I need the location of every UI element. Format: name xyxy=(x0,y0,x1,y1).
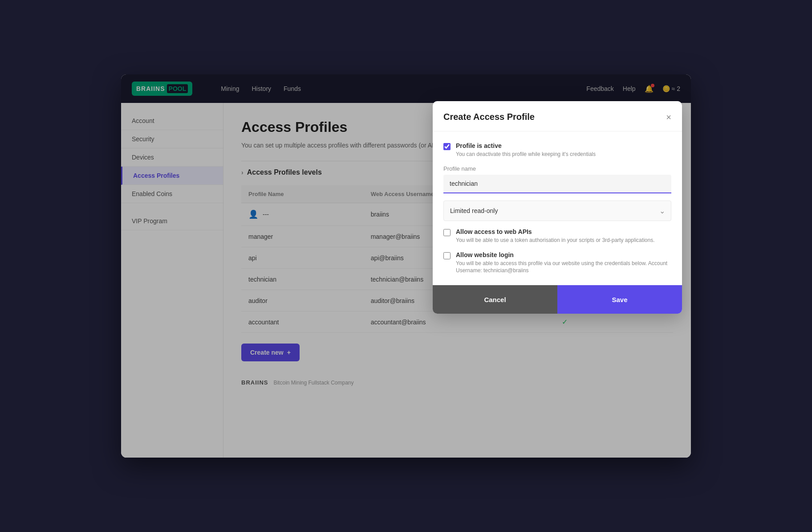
modal-overlay: Create Access Profile × Profile is activ… xyxy=(121,74,691,458)
cancel-button[interactable]: Cancel xyxy=(433,285,557,314)
profile-active-row: Profile is active You can deactivate thi… xyxy=(443,142,671,158)
modal-body: Profile is active You can deactivate thi… xyxy=(433,131,682,285)
app-window: BRAIINS POOL Mining History Funds Feedba… xyxy=(121,74,691,458)
profile-name-field: Profile name xyxy=(443,165,671,193)
modal-header: Create Access Profile × xyxy=(433,101,682,131)
modal-close-button[interactable]: × xyxy=(666,113,671,122)
allow-web-api-row: Allow access to web APIs You will be abl… xyxy=(443,228,671,244)
allow-web-api-label: Allow access to web APIs xyxy=(456,228,654,235)
profile-active-desc: You can deactivate this profile while ke… xyxy=(456,151,596,158)
allow-web-api-checkbox[interactable] xyxy=(443,229,451,236)
access-level-select[interactable]: Limited read-only Read-only Full access … xyxy=(443,201,671,221)
create-access-profile-modal: Create Access Profile × Profile is activ… xyxy=(433,101,682,314)
modal-footer: Cancel Save xyxy=(433,285,682,314)
allow-website-login-desc: You will be able to access this profile … xyxy=(456,260,671,275)
profile-active-checkbox[interactable] xyxy=(443,143,451,150)
access-level-wrapper: Limited read-only Read-only Full access … xyxy=(443,201,671,221)
profile-active-label: Profile is active xyxy=(456,142,596,149)
modal-title: Create Access Profile xyxy=(443,112,535,122)
allow-web-api-desc: You will be able to use a token authoris… xyxy=(456,237,654,244)
profile-name-input[interactable] xyxy=(443,175,671,193)
save-button[interactable]: Save xyxy=(557,285,682,314)
profile-name-label: Profile name xyxy=(443,165,671,172)
allow-website-login-row: Allow website login You will be able to … xyxy=(443,251,671,275)
allow-website-login-checkbox[interactable] xyxy=(443,252,451,259)
allow-website-login-label: Allow website login xyxy=(456,251,671,258)
